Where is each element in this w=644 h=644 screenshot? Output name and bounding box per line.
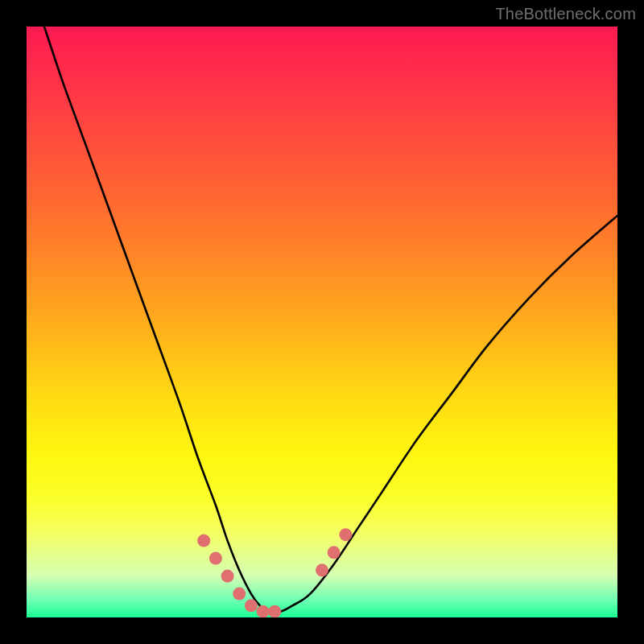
marker-dot [233,588,246,601]
marker-dot [328,546,341,559]
chart-frame: TheBottleneck.com [0,0,644,644]
marker-dot [245,599,258,612]
marker-dot [339,528,352,541]
marker-dot [209,552,222,565]
marker-dot [197,535,210,547]
marker-dot [316,564,328,576]
marker-dot [257,605,270,617]
marker-dot [268,605,281,617]
chart-svg [27,27,617,617]
plot-area [27,27,617,617]
bottleneck-curve [44,27,617,613]
marker-cluster-right [316,528,352,576]
marker-cluster-left [197,535,281,617]
watermark-text: TheBottleneck.com [495,5,636,23]
marker-dot [221,570,234,583]
